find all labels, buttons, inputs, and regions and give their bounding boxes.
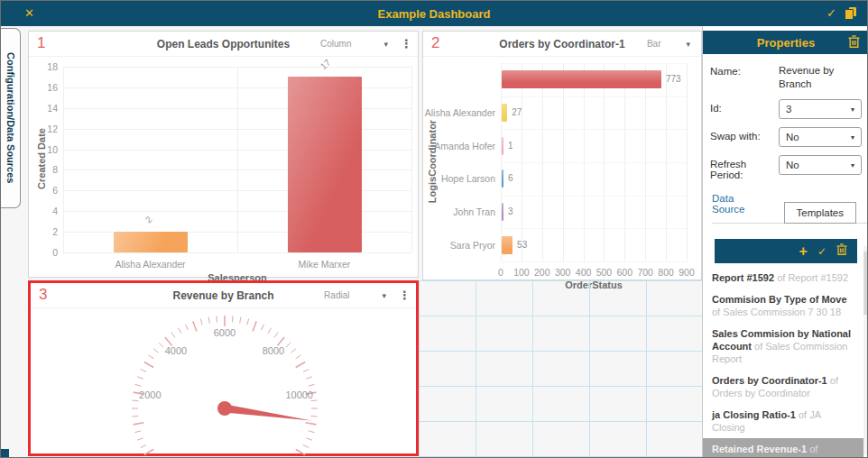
- gridline-h: [63, 252, 411, 253]
- y-axis-title: LogisCoordinator: [427, 107, 438, 215]
- row-separator: [501, 96, 687, 97]
- y-tick-label: 2: [34, 226, 58, 237]
- x-tick-label: 900: [673, 267, 700, 278]
- trash-icon[interactable]: [836, 243, 847, 260]
- tab-templates[interactable]: Templates: [784, 202, 856, 224]
- report-list: Report #1592 of Report #1592Commision By…: [703, 267, 868, 457]
- row-separator: [501, 196, 687, 197]
- bar-chart: 0100200300400500600700800900773Alisha Al…: [423, 56, 701, 279]
- properties-title: Properties: [703, 36, 868, 50]
- swap-with-label: Swap with:: [710, 127, 779, 142]
- bar-value-label: 27: [512, 108, 522, 117]
- row-separator: [501, 129, 687, 130]
- name-field-value: Revenue by Branch: [779, 62, 862, 91]
- dashboard-empty-grid: [419, 280, 702, 458]
- gridline-v: [411, 67, 412, 252]
- bar-value-label: 53: [517, 241, 527, 250]
- bar-value-label: 1: [508, 142, 513, 151]
- h-bar[interactable]: [502, 169, 503, 188]
- properties-header: Properties: [703, 31, 868, 54]
- chevron-down-icon[interactable]: ▾: [383, 40, 388, 49]
- chevron-down-icon[interactable]: ▾: [686, 40, 690, 49]
- panel-revenue-header: 3 Revenue by Branch Radial ▾ ⋮: [31, 283, 416, 308]
- copy-icon[interactable]: [845, 7, 856, 20]
- save-check-icon[interactable]: ✓: [826, 6, 836, 20]
- configuration-data-sources-label: Configuration/Data Sources: [5, 52, 16, 183]
- column-bar[interactable]: [288, 77, 362, 252]
- chart-type-select[interactable]: Bar: [647, 39, 661, 49]
- bar-value-label: 2: [143, 215, 153, 225]
- kebab-menu-icon[interactable]: ⋮: [399, 289, 411, 302]
- gridline-v: [237, 67, 238, 252]
- chart-type-select[interactable]: Column: [320, 39, 351, 49]
- svg-text:2000: 2000: [139, 389, 161, 400]
- panel-orders-header: 2 Orders by Coordinator-1 Bar ▾: [423, 32, 701, 57]
- trash-icon[interactable]: [848, 35, 860, 52]
- row-separator: [501, 63, 687, 64]
- bar-value-label: 3: [508, 207, 513, 216]
- gridline-v: [63, 67, 64, 252]
- h-bar[interactable]: [502, 137, 503, 155]
- radial-gauge-svg: 200040006000800010000: [31, 307, 418, 455]
- chevron-down-icon[interactable]: ▾: [382, 291, 386, 300]
- x-category-label: Mike Marxer: [271, 259, 379, 270]
- configuration-data-sources-tab[interactable]: Configuration/Data Sources: [1, 28, 21, 208]
- data-source-toolbar: + ✓: [715, 239, 857, 263]
- properties-tabs: Data Source Templates: [712, 188, 868, 224]
- h-bar[interactable]: [502, 70, 661, 88]
- id-select-value: 3: [786, 104, 791, 114]
- svg-text:6000: 6000: [214, 327, 235, 338]
- panel-revenue-by-branch[interactable]: 3 Revenue by Branch Radial ▾ ⋮ 200040006…: [28, 280, 419, 456]
- report-list-item[interactable]: Report #1592 of Report #1592: [712, 267, 868, 289]
- y-category-label: Sara Pryor: [423, 240, 495, 251]
- report-list-item[interactable]: Retained Revenue-1 of Retained Revenue: [703, 438, 863, 457]
- titlebar: ✕ Example Dashboard ✓: [1, 1, 867, 26]
- refresh-period-select[interactable]: No ▾: [779, 155, 862, 175]
- bar-value-label: 17: [318, 58, 332, 72]
- properties-fields: Name: Revenue by Branch Id: 3 ▾ Swap wit…: [703, 54, 868, 180]
- report-list-item[interactable]: Sales Commision by National Account of S…: [712, 323, 868, 370]
- y-axis-title: Created Date: [36, 105, 47, 213]
- h-bar[interactable]: [502, 203, 503, 221]
- panel-orders-by-coordinator: 2 Orders by Coordinator-1 Bar ▾ 01002003…: [422, 31, 702, 280]
- report-list-item[interactable]: Orders by Coordinator-1 of Orders by Coo…: [712, 370, 868, 404]
- report-list-item[interactable]: ja Closing Ratio-1 of JA Closing: [712, 404, 868, 438]
- y-tick-label: 16: [34, 82, 58, 93]
- apply-check-icon[interactable]: ✓: [817, 245, 826, 258]
- chevron-down-icon: ▾: [851, 133, 854, 142]
- svg-text:4000: 4000: [165, 345, 187, 356]
- id-field-label: Id:: [710, 99, 779, 114]
- report-list-item[interactable]: Commision By Type of Move of Sales Commi…: [712, 289, 868, 323]
- app-window: ✕ Example Dashboard ✓ Configuration/Data…: [0, 0, 868, 458]
- y-tick-label: 0: [34, 247, 58, 258]
- dashboard-title: Example Dashboard: [1, 7, 867, 21]
- refresh-period-value: No: [786, 160, 799, 170]
- panel-open-leads: 1 Open Leads Opportunites Column ▾ ⋮ 024…: [28, 31, 419, 278]
- column-bar[interactable]: [114, 232, 188, 252]
- refresh-period-label: Refresh Period:: [710, 155, 779, 180]
- row-separator: [501, 228, 687, 229]
- x-category-label: Alisha Alexander: [97, 259, 205, 270]
- tab-data-source[interactable]: Data Source: [712, 188, 766, 223]
- row-separator: [501, 162, 687, 163]
- svg-text:8000: 8000: [263, 345, 284, 356]
- gridline-v: [687, 63, 688, 261]
- h-bar[interactable]: [502, 104, 507, 122]
- swap-with-value: No: [786, 132, 799, 142]
- radial-gauge-chart: 200040006000800010000: [31, 307, 416, 453]
- chevron-down-icon: ▾: [851, 161, 854, 169]
- swap-with-select[interactable]: No ▾: [779, 127, 862, 147]
- chart-type-select[interactable]: Radial: [324, 290, 349, 300]
- id-select[interactable]: 3 ▾: [779, 99, 862, 119]
- bar-value-label: 6: [508, 174, 513, 183]
- column-chart: 0246810121416182Alisha Alexander17Mike M…: [29, 56, 418, 277]
- svg-text:10000: 10000: [285, 389, 313, 400]
- properties-panel: Properties Name: Revenue by Branch Id: 3…: [702, 26, 868, 457]
- y-tick-label: 18: [34, 61, 58, 72]
- add-icon[interactable]: +: [799, 244, 808, 259]
- panel-open-leads-header: 1 Open Leads Opportunites Column ▾ ⋮: [29, 32, 418, 57]
- kebab-menu-icon[interactable]: ⋮: [401, 37, 412, 50]
- h-bar[interactable]: [502, 236, 512, 254]
- bar-value-label: 773: [666, 75, 681, 84]
- scrollbar-thumb[interactable]: [863, 252, 868, 315]
